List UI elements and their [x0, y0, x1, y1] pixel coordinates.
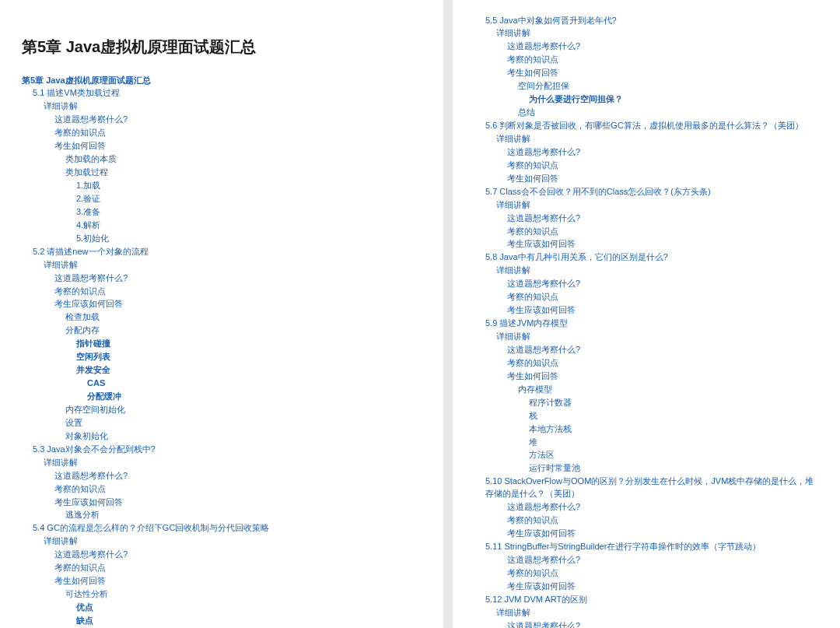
toc-link[interactable]: 详细讲解	[496, 331, 530, 343]
toc-link[interactable]: 考生如何回答	[54, 575, 106, 588]
toc-link[interactable]: 这道题想考察什么?	[507, 278, 580, 290]
toc-link[interactable]: 考察的知识点	[507, 514, 558, 527]
toc-link[interactable]: 考生如何回答	[507, 370, 558, 383]
toc-item: 类加载的本质	[65, 153, 422, 167]
toc-link[interactable]: 本地方法栈	[529, 423, 572, 436]
toc-link[interactable]: 这道题想考察什么?	[54, 470, 128, 482]
toc-link[interactable]: 考生应该如何回答	[507, 528, 576, 540]
toc-link[interactable]: 5.4 GC的流程是怎么样的？介绍下GC回收机制与分代回收策略	[33, 522, 269, 535]
toc-item: 5.10 StackOverFlow与OOM的区别？分别发生在什么时候，JVM栈…	[485, 475, 818, 501]
toc-link[interactable]: 考生应该如何回答	[507, 304, 576, 317]
toc-link[interactable]: 2.验证	[76, 193, 100, 205]
toc-link[interactable]: 3.准备	[76, 206, 100, 219]
toc-link[interactable]: 考察的知识点	[507, 160, 558, 172]
toc-link[interactable]: 缺点	[76, 615, 93, 627]
toc-link[interactable]: 这道题想考察什么?	[507, 212, 580, 225]
toc-link[interactable]: 详细讲解	[44, 457, 78, 469]
toc-link[interactable]: 考察的知识点	[507, 567, 558, 580]
toc-link[interactable]: 分配内存	[65, 325, 100, 337]
toc-link[interactable]: 详细讲解	[496, 199, 530, 212]
toc-link[interactable]: 这道题想考察什么?	[54, 114, 128, 126]
toc-link[interactable]: 5.1 描述VM类加载过程	[33, 87, 120, 100]
toc-link[interactable]: 考察的知识点	[507, 357, 558, 370]
toc-link[interactable]: 详细讲解	[44, 535, 78, 548]
toc-link[interactable]: CAS	[87, 377, 105, 390]
toc-link[interactable]: 内存空间初始化	[65, 404, 125, 416]
toc-link[interactable]: 5.11 StringBuffer与StringBuilder在进行字符串操作时…	[485, 541, 761, 553]
toc-link[interactable]: 详细讲解	[496, 265, 530, 277]
toc-link[interactable]: 堆	[529, 437, 537, 449]
toc-link[interactable]: 5.12 JVM DVM ART的区别	[485, 594, 587, 606]
toc-link[interactable]: 这道题想考察什么?	[54, 272, 128, 285]
toc-link[interactable]: 考生如何回答	[54, 140, 106, 153]
toc-link[interactable]: 空间分配担保	[518, 80, 569, 93]
toc-link[interactable]: 类加载过程	[65, 167, 108, 179]
toc-item: 5.5 Java中对象如何晋升到老年代?	[485, 14, 818, 27]
toc-link[interactable]: 5.5 Java中对象如何晋升到老年代?	[485, 15, 617, 27]
toc-link[interactable]: 1.加载	[76, 180, 100, 192]
toc-link[interactable]: 空闲列表	[76, 351, 110, 363]
toc-link[interactable]: 考生如何回答	[507, 67, 558, 79]
toc-link[interactable]: 这道题想考察什么?	[507, 146, 580, 159]
toc-link[interactable]: 指针碰撞	[76, 338, 110, 350]
toc-link[interactable]: 可达性分析	[65, 588, 108, 601]
toc-link[interactable]: 详细讲解	[496, 607, 530, 619]
toc-link[interactable]: 这道题想考察什么?	[507, 501, 580, 514]
toc-link[interactable]: 详细讲解	[44, 100, 78, 113]
toc-link[interactable]: 4.解析	[76, 219, 100, 232]
toc-link[interactable]: 5.10 StackOverFlow与OOM的区别？分别发生在什么时候，JVM栈…	[485, 475, 818, 500]
toc-link[interactable]: 5.9 描述JVM内存模型	[485, 318, 568, 330]
toc-link[interactable]: 逃逸分析	[65, 509, 100, 521]
toc-link[interactable]: 5.3 Java对象会不会分配到栈中?	[33, 444, 156, 456]
toc-link[interactable]: 考生如何回答	[507, 173, 558, 185]
toc-link[interactable]: 类加载的本质	[65, 153, 117, 166]
toc-link[interactable]: 详细讲解	[496, 27, 530, 40]
toc-link[interactable]: 考察的知识点	[507, 54, 558, 66]
toc-link[interactable]: 分配缓冲	[87, 391, 121, 403]
toc-item: 考察的知识点	[507, 159, 818, 172]
toc-link[interactable]: 详细讲解	[44, 259, 78, 272]
toc-link[interactable]: 内存模型	[518, 384, 552, 396]
toc-link[interactable]: 考生应该如何回答	[54, 298, 123, 310]
toc-item: 考生应该如何回答	[507, 580, 818, 593]
toc-link[interactable]: 5.7 Class会不会回收？用不到的Class怎么回收？(东方头条)	[485, 186, 711, 198]
toc-item: 方法区	[529, 449, 818, 462]
toc-item: 考察的知识点	[507, 514, 818, 528]
toc-link[interactable]: 考察的知识点	[54, 127, 106, 139]
toc-link[interactable]: 考生应该如何回答	[54, 496, 123, 509]
toc-link[interactable]: 优点	[76, 602, 93, 614]
toc-link[interactable]: 总结	[518, 107, 535, 119]
toc-link[interactable]: 考察的知识点	[507, 226, 558, 238]
toc-link[interactable]: 考察的知识点	[54, 286, 106, 298]
toc-link[interactable]: 考生应该如何回答	[507, 238, 576, 251]
toc-link[interactable]: 为什么要进行空间担保？	[529, 93, 623, 106]
toc-link[interactable]: 方法区	[529, 449, 555, 461]
toc-item: 内存模型	[518, 383, 818, 396]
toc-link[interactable]: 5.2 请描述new一个对象的流程	[33, 246, 149, 258]
toc-link[interactable]: 这道题想考察什么?	[54, 549, 128, 561]
toc-item: 考生应该如何回答	[507, 528, 818, 541]
toc-link[interactable]: 这道题想考察什么?	[507, 554, 580, 567]
toc-link[interactable]: 检查加载	[65, 311, 100, 324]
toc-item: 详细讲解	[44, 258, 422, 272]
toc-root-link[interactable]: 第5章 Java虚拟机原理面试题汇总	[22, 75, 151, 87]
toc-link[interactable]: 考察的知识点	[54, 483, 106, 496]
toc-link[interactable]: 这道题想考察什么?	[507, 40, 580, 53]
toc-link[interactable]: 程序计数器	[529, 397, 572, 409]
toc-page-left: 第5章 Java虚拟机原理面试题汇总 第5章 Java虚拟机原理面试题汇总 5.…	[0, 0, 443, 628]
toc-link[interactable]: 栈	[529, 410, 537, 423]
toc-link[interactable]: 并发安全	[76, 364, 110, 377]
toc-link[interactable]: 这道题想考察什么?	[507, 620, 580, 628]
toc-link[interactable]: 考生应该如何回答	[507, 581, 576, 593]
toc-link[interactable]: 详细讲解	[496, 133, 530, 146]
toc-link[interactable]: 这道题想考察什么?	[507, 344, 580, 356]
toc-link[interactable]: 对象初始化	[65, 430, 108, 443]
toc-item: 这道题想考察什么?	[54, 272, 422, 285]
toc-link[interactable]: 5.8 Java中有几种引用关系，它们的区别是什么?	[485, 251, 668, 264]
toc-link[interactable]: 5.初始化	[76, 233, 109, 245]
toc-link[interactable]: 考察的知识点	[54, 562, 106, 574]
toc-link[interactable]: 运行时常量池	[529, 462, 580, 475]
toc-link[interactable]: 设置	[65, 417, 82, 430]
toc-link[interactable]: 考察的知识点	[507, 291, 558, 303]
toc-link[interactable]: 5.6 判断对象是否被回收，有哪些GC算法，虚拟机使用最多的是什么算法？（美团）	[485, 120, 803, 132]
